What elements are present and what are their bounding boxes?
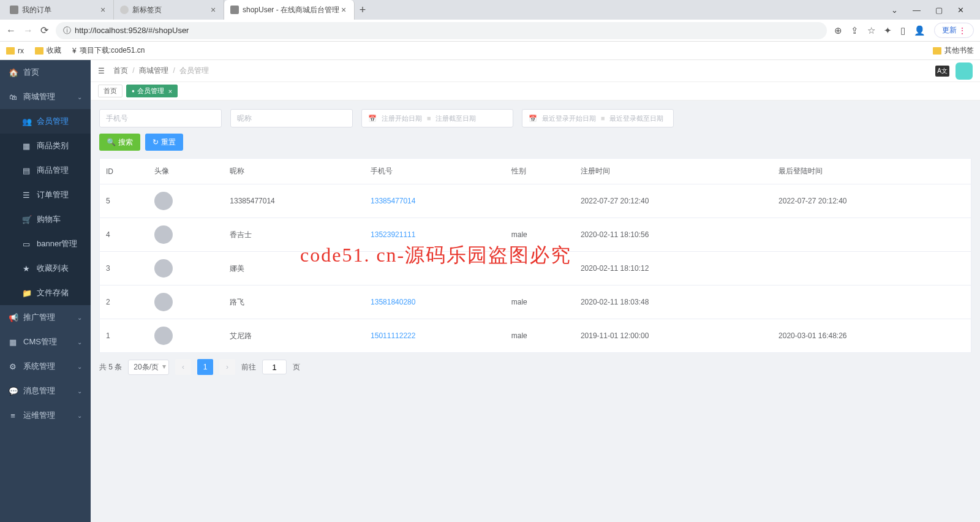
pager-page[interactable]: 1: [197, 359, 213, 375]
search-label: 搜索: [118, 137, 133, 148]
menu-label: 商城管理: [23, 91, 55, 102]
cell-nick: 艾尼路: [224, 319, 364, 353]
bookmark-item[interactable]: 收藏: [35, 45, 61, 56]
back-button[interactable]: ←: [6, 25, 16, 36]
forward-button[interactable]: →: [23, 25, 33, 36]
browser-tab[interactable]: 新标签页 ×: [114, 0, 224, 20]
col-reg: 注册时间: [575, 159, 772, 184]
menu-icon: 👥: [22, 117, 31, 126]
hamburger-icon[interactable]: ☰: [98, 67, 105, 75]
col-nick: 昵称: [224, 159, 364, 184]
folder-icon: [35, 47, 43, 55]
profile-icon[interactable]: 👤: [914, 25, 925, 36]
nickname-input[interactable]: [230, 109, 353, 127]
sidebar-item[interactable]: 💬消息管理⌄: [0, 379, 91, 403]
bookmark-item[interactable]: ¥项目下载:code51.cn: [72, 45, 145, 56]
sidebar-item[interactable]: 📢推广管理⌄: [0, 305, 91, 330]
chevron-down-icon[interactable]: ⌄: [891, 6, 898, 15]
browser-tab[interactable]: 我的订单 ×: [4, 0, 114, 20]
minimize-icon[interactable]: —: [913, 6, 921, 15]
lang-badge[interactable]: A文: [935, 66, 949, 77]
tab-title: 新标签页: [132, 5, 209, 15]
phone-input[interactable]: [99, 109, 222, 127]
page-size-select[interactable]: 20条/页: [128, 360, 169, 375]
sidebar-item[interactable]: ★收藏列表: [0, 256, 91, 281]
pager-total: 共 5 条: [99, 362, 122, 373]
cell-phone: 13581840280: [364, 286, 505, 319]
reset-button[interactable]: ↻重置: [145, 134, 183, 151]
register-date-range[interactable]: 📅 注册开始日期 ≡ 注册截至日期: [361, 109, 513, 127]
page-tab-active[interactable]: 会员管理 ×: [126, 85, 178, 97]
close-icon[interactable]: ×: [339, 5, 348, 15]
cell-nick: 娜美: [224, 252, 364, 286]
side-panel-icon[interactable]: ▯: [900, 25, 905, 36]
table-row: 4 香吉士 13523921111 male 2020-02-11 18:10:…: [100, 218, 971, 252]
sidebar-item[interactable]: 📁文件存储: [0, 281, 91, 305]
folder-icon: [933, 47, 941, 55]
close-icon[interactable]: ×: [99, 5, 107, 15]
menu-icon: ☰: [22, 191, 31, 200]
pager-next[interactable]: ›: [219, 359, 235, 375]
sidebar-item[interactable]: 🏠首页: [0, 60, 91, 85]
sidebar-item[interactable]: ⚙系统管理⌄: [0, 354, 91, 379]
bookmark-item[interactable]: rx: [6, 47, 24, 55]
search-button[interactable]: 🔍搜索: [99, 134, 140, 151]
sidebar-item[interactable]: 👥会员管理: [0, 109, 91, 134]
other-bookmarks[interactable]: 其他书签: [933, 45, 974, 56]
page-tab-home[interactable]: 首页: [98, 85, 123, 97]
pager-goto-label: 前往: [241, 362, 256, 373]
cell-nick: 路飞: [224, 286, 364, 319]
update-button[interactable]: 更新 ⋮: [934, 23, 974, 38]
phone-link[interactable]: 13581840280: [371, 298, 415, 306]
sidebar-item[interactable]: ≡运维管理⌄: [0, 403, 91, 428]
cell-avatar: [148, 218, 224, 252]
sidebar-item[interactable]: ▦商品类别: [0, 134, 91, 158]
menu-label: 文件存储: [37, 287, 69, 298]
pager-prev[interactable]: ‹: [175, 359, 191, 375]
folder-icon: [6, 47, 15, 55]
address-bar: ← → ⟳ ⓘ http://localhost:9528/#/shopUser…: [0, 20, 980, 42]
menu-dots-icon: ⋮: [959, 26, 966, 35]
tab-title: shopUser - 在线商城后台管理: [243, 5, 339, 15]
favicon: [230, 6, 239, 14]
new-tab-button[interactable]: +: [355, 4, 371, 17]
table-header-row: ID 头像 昵称 手机号 性别 注册时间 最后登陆时间: [100, 159, 971, 184]
reset-icon: ↻: [153, 138, 159, 146]
login-date-range[interactable]: 📅 最近登录开始日期 ≡ 最近登录截至日期: [522, 109, 674, 127]
star-icon[interactable]: ☆: [867, 25, 875, 36]
sidebar-item[interactable]: ▦CMS管理⌄: [0, 330, 91, 354]
extensions-icon[interactable]: ✦: [884, 25, 892, 36]
breadcrumb-home[interactable]: 首页: [113, 66, 128, 75]
cell-phone: 13523921111: [364, 218, 505, 252]
breadcrumb-parent[interactable]: 商城管理: [139, 66, 168, 75]
share-icon[interactable]: ⇪: [851, 25, 859, 36]
close-icon[interactable]: ×: [209, 5, 217, 15]
phone-link[interactable]: 13523921111: [371, 230, 415, 239]
search-icon: 🔍: [107, 138, 116, 146]
close-icon[interactable]: ✕: [957, 6, 964, 15]
cell-id: 1: [100, 319, 149, 353]
phone-link[interactable]: 15011112222: [371, 331, 415, 340]
sidebar-item[interactable]: ☰订单管理: [0, 183, 91, 207]
sidebar-item[interactable]: ▤商品管理: [0, 158, 91, 183]
sidebar-item[interactable]: 🛍商城管理⌄: [0, 85, 91, 109]
pager-goto-input[interactable]: [262, 360, 287, 374]
chevron-down-icon: ⌄: [77, 314, 82, 321]
browser-tab-active[interactable]: shopUser - 在线商城后台管理 ×: [224, 0, 355, 20]
reload-button[interactable]: ⟳: [40, 25, 48, 36]
avatar[interactable]: [956, 62, 973, 80]
sidebar-item[interactable]: ▭banner管理: [0, 232, 91, 256]
zoom-icon[interactable]: ⊕: [834, 25, 842, 36]
window-controls: ⌄ — ▢ ✕: [891, 6, 976, 15]
page-tabs: 首页 会员管理 ×: [91, 82, 980, 100]
menu-icon: ▦: [9, 338, 17, 347]
maximize-icon[interactable]: ▢: [935, 6, 943, 15]
menu-icon: ⚙: [9, 362, 17, 371]
sidebar-item[interactable]: 🛒购物车: [0, 207, 91, 232]
cell-id: 4: [100, 218, 149, 252]
menu-icon: ★: [22, 264, 31, 273]
url-input[interactable]: ⓘ http://localhost:9528/#/shopUser: [56, 22, 827, 39]
phone-link[interactable]: 13385477014: [371, 197, 415, 205]
close-icon[interactable]: ×: [168, 88, 172, 95]
menu-icon: 🛒: [22, 215, 31, 224]
